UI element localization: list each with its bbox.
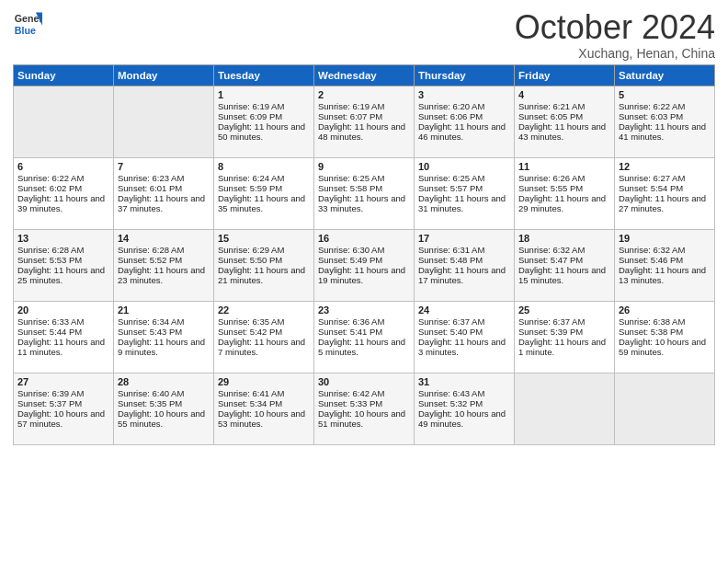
day-info-line: Sunset: 5:57 PM	[418, 183, 510, 193]
header-row: Sunday Monday Tuesday Wednesday Thursday…	[14, 64, 715, 86]
day-cell: 8Sunrise: 6:24 AMSunset: 5:59 PMDaylight…	[214, 157, 314, 229]
day-number: 5	[619, 89, 711, 100]
day-info-line: Sunset: 6:01 PM	[118, 183, 210, 193]
day-cell: 7Sunrise: 6:23 AMSunset: 6:01 PMDaylight…	[114, 157, 214, 229]
day-info-line: Sunset: 5:59 PM	[218, 183, 310, 193]
day-info-line: Sunset: 5:50 PM	[218, 255, 310, 265]
day-number: 3	[418, 89, 510, 100]
day-cell: 6Sunrise: 6:22 AMSunset: 6:02 PMDaylight…	[14, 157, 114, 229]
day-info-line: Daylight: 11 hours and 33 minutes.	[318, 193, 410, 213]
day-info-line: Daylight: 10 hours and 53 minutes.	[218, 408, 310, 429]
day-info-line: Sunrise: 6:19 AM	[218, 101, 310, 111]
day-info-line: Sunrise: 6:32 AM	[518, 245, 610, 255]
week-row-4: 20Sunrise: 6:33 AMSunset: 5:44 PMDayligh…	[14, 301, 715, 373]
day-info-line: Sunset: 5:44 PM	[17, 327, 109, 337]
day-info-line: Sunset: 5:34 PM	[218, 398, 310, 408]
day-cell: 31Sunrise: 6:43 AMSunset: 5:32 PMDayligh…	[415, 373, 515, 444]
day-info-line: Daylight: 11 hours and 13 minutes.	[619, 265, 711, 285]
day-number: 13	[17, 233, 109, 244]
day-cell: 15Sunrise: 6:29 AMSunset: 5:50 PMDayligh…	[214, 229, 314, 301]
day-cell: 17Sunrise: 6:31 AMSunset: 5:48 PMDayligh…	[415, 229, 515, 301]
day-info-line: Daylight: 10 hours and 55 minutes.	[118, 408, 210, 429]
day-info-line: Sunset: 5:52 PM	[118, 255, 210, 265]
day-cell: 10Sunrise: 6:25 AMSunset: 5:57 PMDayligh…	[415, 157, 515, 229]
day-number: 26	[619, 304, 711, 316]
header-monday: Monday	[114, 64, 214, 86]
day-info-line: Daylight: 11 hours and 19 minutes.	[318, 265, 410, 285]
day-cell: 30Sunrise: 6:42 AMSunset: 5:33 PMDayligh…	[314, 373, 415, 444]
day-info-line: Daylight: 11 hours and 31 minutes.	[418, 193, 510, 213]
location-subtitle: Xuchang, Henan, China	[515, 46, 715, 61]
day-cell: 22Sunrise: 6:35 AMSunset: 5:42 PMDayligh…	[214, 301, 314, 373]
day-cell: 9Sunrise: 6:25 AMSunset: 5:58 PMDaylight…	[314, 157, 415, 229]
day-info-line: Daylight: 11 hours and 35 minutes.	[218, 193, 310, 213]
month-title: October 2024	[515, 9, 715, 46]
day-info-line: Daylight: 11 hours and 15 minutes.	[518, 265, 610, 285]
day-number: 17	[418, 233, 510, 244]
day-info-line: Daylight: 10 hours and 49 minutes.	[418, 408, 510, 429]
day-info-line: Sunset: 5:35 PM	[118, 398, 210, 408]
day-cell: 4Sunrise: 6:21 AMSunset: 6:05 PMDaylight…	[515, 86, 615, 157]
day-info-line: Daylight: 11 hours and 1 minute.	[518, 337, 610, 357]
day-info-line: Sunset: 5:37 PM	[17, 398, 109, 408]
day-number: 27	[17, 376, 109, 387]
header-tuesday: Tuesday	[214, 64, 314, 86]
day-info-line: Sunset: 5:53 PM	[17, 255, 109, 265]
week-row-1: 1Sunrise: 6:19 AMSunset: 6:09 PMDaylight…	[14, 86, 715, 157]
day-info-line: Sunset: 6:09 PM	[218, 111, 310, 121]
day-info-line: Sunset: 5:43 PM	[118, 327, 210, 337]
day-number: 11	[518, 161, 610, 172]
day-info-line: Daylight: 11 hours and 39 minutes.	[17, 193, 109, 213]
day-number: 28	[118, 376, 210, 387]
day-number: 31	[418, 376, 510, 387]
day-cell	[114, 86, 214, 157]
day-info-line: Sunset: 5:55 PM	[518, 183, 610, 193]
day-info-line: Daylight: 11 hours and 7 minutes.	[218, 337, 310, 357]
day-info-line: Sunrise: 6:39 AM	[17, 388, 109, 398]
day-info-line: Sunset: 5:33 PM	[318, 398, 410, 408]
title-block: October 2024 Xuchang, Henan, China	[515, 9, 715, 61]
logo-icon: General Blue	[13, 9, 42, 39]
day-cell: 27Sunrise: 6:39 AMSunset: 5:37 PMDayligh…	[14, 373, 114, 444]
day-info-line: Sunset: 5:58 PM	[318, 183, 410, 193]
day-info-line: Sunrise: 6:36 AM	[318, 316, 410, 327]
day-number: 4	[518, 89, 610, 100]
day-cell: 29Sunrise: 6:41 AMSunset: 5:34 PMDayligh…	[214, 373, 314, 444]
day-number: 12	[619, 161, 711, 172]
day-info-line: Sunset: 6:05 PM	[518, 111, 610, 121]
day-info-line: Sunrise: 6:24 AM	[218, 173, 310, 183]
header-sunday: Sunday	[14, 64, 114, 86]
day-number: 23	[318, 304, 410, 316]
day-cell: 16Sunrise: 6:30 AMSunset: 5:49 PMDayligh…	[314, 229, 415, 301]
day-info-line: Daylight: 11 hours and 17 minutes.	[418, 265, 510, 285]
day-info-line: Sunset: 5:42 PM	[218, 327, 310, 337]
day-number: 21	[118, 304, 210, 316]
day-info-line: Sunset: 5:54 PM	[619, 183, 711, 193]
day-cell	[14, 86, 114, 157]
day-info-line: Daylight: 11 hours and 46 minutes.	[418, 121, 510, 142]
day-cell: 13Sunrise: 6:28 AMSunset: 5:53 PMDayligh…	[14, 229, 114, 301]
day-info-line: Daylight: 10 hours and 59 minutes.	[619, 337, 711, 357]
calendar-header: Sunday Monday Tuesday Wednesday Thursday…	[14, 64, 715, 86]
day-info-line: Sunrise: 6:26 AM	[518, 173, 610, 183]
day-number: 14	[118, 233, 210, 244]
day-info-line: Daylight: 11 hours and 23 minutes.	[118, 265, 210, 285]
day-cell: 2Sunrise: 6:19 AMSunset: 6:07 PMDaylight…	[314, 86, 415, 157]
day-info-line: Daylight: 11 hours and 48 minutes.	[318, 121, 410, 142]
day-info-line: Sunrise: 6:31 AM	[418, 245, 510, 255]
day-info-line: Sunrise: 6:22 AM	[619, 101, 711, 111]
day-number: 9	[318, 161, 410, 172]
day-info-line: Sunset: 6:02 PM	[17, 183, 109, 193]
day-info-line: Sunset: 5:48 PM	[418, 255, 510, 265]
day-cell: 5Sunrise: 6:22 AMSunset: 6:03 PMDaylight…	[615, 86, 715, 157]
day-info-line: Sunrise: 6:43 AM	[418, 388, 510, 398]
week-row-3: 13Sunrise: 6:28 AMSunset: 5:53 PMDayligh…	[14, 229, 715, 301]
header: General Blue October 2024 Xuchang, Henan…	[13, 9, 715, 61]
day-info-line: Daylight: 11 hours and 25 minutes.	[17, 265, 109, 285]
day-info-line: Sunrise: 6:23 AM	[118, 173, 210, 183]
day-info-line: Daylight: 11 hours and 5 minutes.	[318, 337, 410, 357]
day-number: 1	[218, 89, 310, 100]
day-info-line: Sunset: 5:39 PM	[518, 327, 610, 337]
page-container: General Blue October 2024 Xuchang, Henan…	[0, 0, 728, 451]
day-info-line: Sunset: 6:07 PM	[318, 111, 410, 121]
